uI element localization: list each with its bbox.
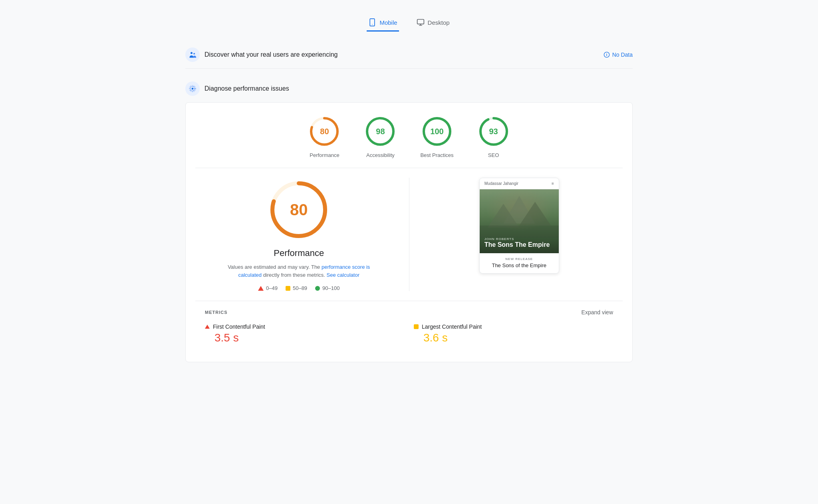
desktop-icon [417,18,425,26]
book-author-cover: JOHN ROBERTS [484,237,554,241]
tab-desktop[interactable]: Desktop [415,14,451,32]
legend-low-range: 0–49 [266,285,278,291]
performance-label-small: Performance [310,152,339,158]
performance-detail-right: Mudassar Jahangir ≡ JOHN ROBERTS [425,178,614,274]
accessibility-label-small: Accessibility [366,152,395,158]
calculator-link[interactable]: See calculator [327,272,359,278]
legend-item-high: 90–100 [315,285,340,291]
score-cards-row: 80 Performance 98 Accessibility [195,115,623,158]
legend-mid-range: 50–89 [293,285,307,291]
real-users-section-header: Discover what your real users are experi… [185,41,633,69]
vertical-divider [409,178,409,291]
diagnose-section-header: Diagnose performance issues [185,75,633,102]
real-users-icon [185,48,200,62]
mobile-icon [368,18,376,26]
accessibility-circle: 98 [364,115,396,147]
legend-triangle-icon [258,286,264,291]
mountain-svg [480,193,559,238]
book-title-footer: The Sons of the Empire [484,262,554,269]
legend-item-low: 0–49 [258,285,278,291]
legend-row: 0–49 50–89 90–100 [258,285,340,291]
score-card-accessibility[interactable]: 98 Accessibility [364,115,396,158]
metric-lcp: Largest Contentful Paint 3.6 s [414,323,613,344]
legend-item-mid: 50–89 [286,285,307,291]
metrics-section: METRICS Expand view First Contentful Pai… [195,301,623,352]
no-data-link[interactable]: No Data [604,52,633,58]
tab-mobile-label: Mobile [379,19,397,26]
metric-fcp: First Contentful Paint 3.5 s [205,323,404,344]
score-cards-container: 80 Performance 98 Accessibility [185,102,633,362]
svg-point-6 [192,88,194,90]
legend-square-icon [286,286,290,291]
description-start: Values are estimated and may vary. The [228,264,320,270]
best-practices-score-small: 100 [430,127,443,136]
book-title-cover: The Sons The Empire [484,241,554,248]
lcp-label: Largest Contentful Paint [422,323,482,330]
score-card-seo[interactable]: 93 SEO [478,115,510,158]
tab-bar: Mobile Desktop [185,8,633,32]
performance-score-large: 80 [290,201,308,219]
page-container: Mobile Desktop Discover what your real u… [169,0,649,370]
svg-point-1 [372,24,373,25]
performance-score-small: 80 [320,127,329,136]
book-menu-icon[interactable]: ≡ [552,181,554,186]
performance-circle: 80 [308,115,340,147]
lcp-value: 3.6 s [414,331,613,344]
fcp-triangle-icon [205,325,210,329]
book-new-release-label: NEW RELEASE [484,257,554,261]
info-icon [604,52,610,58]
accessibility-score-small: 98 [376,127,385,136]
svg-rect-2 [417,20,424,24]
legend-circle-icon [315,286,320,291]
section-divider [195,168,623,168]
tab-desktop-label: Desktop [428,19,450,26]
book-preview-card: Mudassar Jahangir ≡ JOHN ROBERTS [479,178,559,274]
seo-circle: 93 [478,115,510,147]
diagnose-icon [185,81,200,96]
real-users-title: Discover what your real users are experi… [204,51,338,58]
performance-detail-section: 80 Performance Values are estimated and … [195,178,623,301]
diagnose-title: Diagnose performance issues [204,85,289,92]
book-cover: JOHN ROBERTS The Sons The Empire [480,189,559,253]
metrics-section-title: METRICS [205,310,228,315]
performance-detail-title: Performance [274,248,324,258]
fcp-value: 3.5 s [205,331,404,344]
book-preview-footer: NEW RELEASE The Sons of the Empire [480,253,559,273]
expand-view-button[interactable]: Expand view [582,309,613,315]
svg-point-3 [191,52,193,54]
performance-description: Values are estimated and may vary. The p… [227,263,371,279]
metrics-grid: First Contentful Paint 3.5 s Largest Con… [205,323,613,344]
performance-detail-left: 80 Performance Values are estimated and … [205,178,393,291]
tab-mobile[interactable]: Mobile [367,14,399,32]
metrics-header: METRICS Expand view [205,309,613,315]
performance-circle-large: 80 [267,178,331,242]
best-practices-label-small: Best Practices [420,152,453,158]
seo-label-small: SEO [488,152,499,158]
book-author-header: Mudassar Jahangir [484,181,518,186]
book-preview-header: Mudassar Jahangir ≡ [480,178,559,189]
legend-high-range: 90–100 [322,285,340,291]
score-card-performance[interactable]: 80 Performance [308,115,340,158]
seo-score-small: 93 [489,127,498,136]
best-practices-circle: 100 [421,115,453,147]
score-card-best-practices[interactable]: 100 Best Practices [420,115,453,158]
fcp-label: First Contentful Paint [213,323,265,330]
description-mid: directly from these metrics. [263,272,325,278]
metric-fcp-header: First Contentful Paint [205,323,404,330]
svg-point-4 [193,53,195,54]
svg-rect-0 [370,19,375,26]
lcp-square-icon [414,324,419,329]
metric-lcp-header: Largest Contentful Paint [414,323,613,330]
no-data-label: No Data [612,52,633,58]
svg-rect-22 [480,226,559,238]
